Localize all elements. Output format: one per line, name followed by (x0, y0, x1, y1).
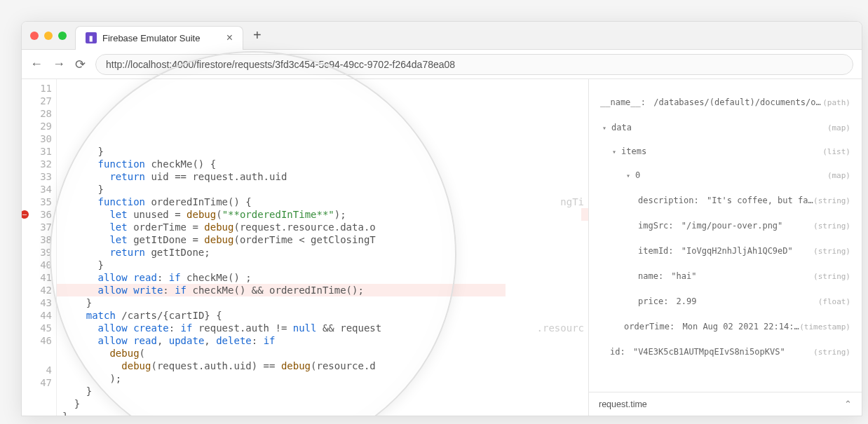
code-line: return uid == request.auth.uid (62, 170, 588, 183)
minimize-window-icon[interactable] (44, 32, 53, 40)
cropped-text: .resourc (537, 322, 584, 334)
line-number: 36– (22, 208, 52, 221)
code-line: function orderedInTime() { (62, 196, 588, 208)
line-number: 29 (22, 120, 52, 132)
code-line: let unused = debug("**orderedInTime**"); (62, 208, 588, 221)
error-marker-icon[interactable]: – (21, 210, 29, 219)
code-line: allow create: if request.auth != null &&… (62, 322, 588, 334)
titlebar: ▮ Firebase Emulator Suite × + (22, 22, 862, 50)
line-number: 40 (22, 259, 52, 271)
inspector-row-id: id: "V4E3K5cB1AUTMpqEIvS8ni5opKVS" (stri… (600, 343, 850, 361)
line-number: 47 (22, 376, 52, 389)
line-number: 37 (22, 221, 52, 233)
inspector-row-name: __name__: /databases/(default)/documents… (600, 93, 850, 111)
inspector-row-imgsrc: imgSrc: "/img/pour-over.png" (string) (600, 217, 850, 235)
chevron-up-icon: ⌃ (844, 399, 852, 409)
caret-down-icon[interactable]: ▾ (600, 124, 609, 132)
line-number: 28 (22, 107, 52, 120)
line-number: 43 (22, 296, 52, 309)
line-number: 34 (22, 183, 52, 196)
code-line: function checkMe() { (62, 158, 588, 170)
code-line: ); (62, 372, 588, 385)
code-line-error: allow write: if checkMe() && orderedInTi… (57, 284, 506, 296)
inspector-section-request-time[interactable]: request.time ⌃ (589, 392, 862, 416)
inspector-row-index0[interactable]: ▾ 0 (map) (600, 166, 850, 184)
inspector-row-name-field: name: "hai" (string) (600, 267, 850, 285)
code-line: let getItDone = debug(orderTime < getClo… (62, 233, 588, 246)
inspector-body[interactable]: __name__: /databases/(default)/documents… (589, 79, 862, 392)
line-number: 32 (22, 158, 52, 170)
line-number: 44 (22, 309, 52, 322)
code-line: match /carts/{cartID} { (62, 309, 588, 322)
code-line: return getItDone; (62, 246, 588, 259)
url-text: http://localhost:4000/firestore/requests… (106, 59, 455, 70)
reload-button[interactable]: ⟳ (75, 57, 86, 72)
code-line: debug( (62, 347, 588, 360)
code-line: } (62, 259, 588, 271)
address-bar[interactable]: http://localhost:4000/firestore/requests… (95, 54, 853, 75)
code-line: let orderTime = debug(request.resource.d… (62, 221, 588, 233)
code-line: } (62, 296, 588, 309)
maximize-window-icon[interactable] (58, 32, 67, 40)
request-inspector: __name__: /databases/(default)/documents… (588, 79, 862, 416)
code-line: allow read: if checkMe() ; (62, 271, 588, 284)
inspector-row-items[interactable]: ▾ items (list) (600, 142, 850, 160)
inspector-row-description: description: "It's coffee, but fanc… (st… (600, 191, 850, 210)
line-number: 46 (22, 334, 52, 347)
code-line: } (62, 145, 588, 158)
browser-tab[interactable]: ▮ Firebase Emulator Suite × (75, 26, 243, 50)
firebase-favicon-icon: ▮ (86, 32, 97, 43)
tab-title: Firebase Emulator Suite (102, 33, 200, 43)
line-number: 39 (22, 246, 52, 259)
inspector-row-price: price: 2.99 (float) (600, 292, 850, 310)
line-number: 41 (22, 271, 52, 284)
close-window-icon[interactable] (30, 32, 39, 40)
code-line: debug(request.auth.uid) == debug(resourc… (62, 360, 588, 372)
browser-window: ▮ Firebase Emulator Suite × + ← → ⟳ http… (21, 21, 862, 416)
forward-button[interactable]: → (53, 57, 65, 71)
caret-down-icon[interactable]: ▾ (610, 148, 618, 156)
close-tab-icon[interactable]: × (226, 32, 233, 43)
line-number: 11 (22, 82, 52, 95)
line-number: 27 (22, 95, 52, 107)
error-highlight-edge (581, 208, 588, 221)
new-tab-button[interactable]: + (243, 27, 271, 43)
section-label: request.time (599, 399, 647, 409)
caret-down-icon[interactable]: ▾ (624, 172, 632, 179)
line-number: 35 (22, 196, 52, 208)
code-line: } (62, 385, 588, 397)
line-number: 42 (22, 284, 52, 296)
code-line: } (62, 410, 588, 416)
code-line: } (62, 397, 588, 410)
code-editor[interactable]: ngTi .resourc } function checkMe() { ret… (57, 79, 588, 416)
line-number: 4 (22, 364, 52, 376)
window-controls (30, 32, 67, 40)
code-line: } (62, 183, 588, 196)
code-line: allow read, update, delete: if (62, 334, 588, 347)
line-number: 33 (22, 170, 52, 183)
line-number-gutter: 1127282930313233343536–37383940414243444… (22, 79, 57, 416)
inspector-row-data[interactable]: ▾ data (map) (600, 118, 850, 137)
line-number: 30 (22, 132, 52, 145)
inspector-row-itemid: itemId: "IoVgqH2nhJljAh1QC9eD" (string) (600, 242, 850, 260)
line-number: 45 (22, 322, 52, 334)
inspector-row-ordertime: orderTime: Mon Aug 02 2021 22:14:46 GM… … (600, 317, 850, 336)
line-number: 38 (22, 233, 52, 246)
line-number: 31 (22, 145, 52, 158)
cropped-text: ngTi (560, 196, 584, 208)
browser-toolbar: ← → ⟳ http://localhost:4000/firestore/re… (22, 50, 862, 79)
back-button[interactable]: ← (30, 57, 43, 71)
content-area: 1127282930313233343536–37383940414243444… (22, 79, 862, 416)
